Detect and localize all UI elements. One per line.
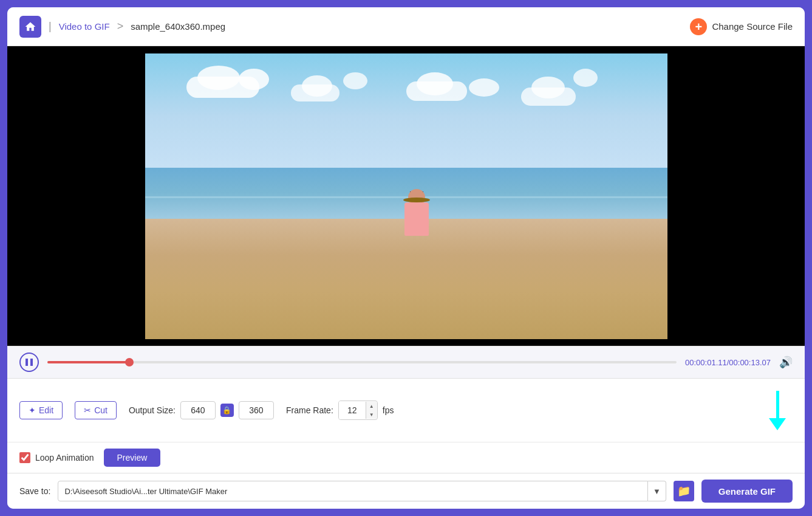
change-source-label: Change Source File <box>712 21 793 32</box>
arrow-indicator <box>769 391 786 430</box>
fps-input[interactable] <box>339 401 366 419</box>
width-input[interactable] <box>180 401 216 419</box>
fps-down-button[interactable]: ▼ <box>366 410 377 419</box>
frame-rate-label: Frame Rate: <box>286 405 333 415</box>
loop-group: Loop Animation <box>19 452 94 463</box>
cloud-2c <box>343 72 367 89</box>
arrow-shaft <box>776 391 779 418</box>
generate-gif-button[interactable]: Generate GIF <box>701 480 793 503</box>
cloud-4c <box>573 69 598 87</box>
cloud-4b <box>531 77 565 98</box>
cloud-3c <box>469 78 499 97</box>
breadcrumb-parent[interactable]: Video to GIF <box>59 21 110 32</box>
header-actions: + Change Source File <box>690 18 793 35</box>
beach-figure <box>404 202 429 236</box>
breadcrumb-arrow: > <box>117 20 124 33</box>
svg-rect-1 <box>30 359 33 366</box>
settings-bar: ✦ Edit ✂ Cut Output Size: 🔒 Frame Rate: … <box>7 378 805 442</box>
generate-label: Generate GIF <box>718 486 776 497</box>
lock-icon[interactable]: 🔒 <box>220 404 234 417</box>
playback-bar: 00:00:01.11/00:00:13.07 🔊 <box>19 353 793 372</box>
figure-hat <box>403 198 430 202</box>
cloud-1b <box>197 66 240 90</box>
preview-label: Preview <box>117 453 148 463</box>
save-path-dropdown[interactable]: ▼ <box>648 481 666 501</box>
folder-icon: 📁 <box>677 484 691 498</box>
breadcrumb-area: | Video to GIF > sample_640x360.mpeg <box>19 16 690 38</box>
bottom-bar: Save to: D:\Aiseesoft Studio\Ai...ter Ul… <box>7 473 805 509</box>
cut-icon: ✂ <box>84 405 91 415</box>
volume-icon[interactable]: 🔊 <box>779 356 793 369</box>
pause-button[interactable] <box>19 353 39 372</box>
cloud-2b <box>302 75 332 97</box>
progress-track[interactable] <box>47 361 677 363</box>
horizon <box>145 196 667 198</box>
home-icon <box>24 21 36 33</box>
cloud-3b <box>417 72 453 95</box>
cut-button[interactable]: ✂ Cut <box>75 401 117 419</box>
breadcrumb-current: sample_640x360.mpeg <box>131 21 225 32</box>
frame-rate-group: Frame Rate: ▲ ▼ fps <box>286 401 394 420</box>
cut-label: Cut <box>94 405 107 415</box>
beach-scene <box>145 53 667 339</box>
fps-spinners: ▲ ▼ <box>366 402 377 419</box>
fps-unit-label: fps <box>383 405 394 415</box>
loop-bar: Loop Animation Preview <box>7 442 805 473</box>
video-canvas <box>145 53 667 339</box>
change-source-button[interactable]: + Change Source File <box>690 18 793 35</box>
arrow-head <box>769 418 786 430</box>
save-path-display: D:\Aiseesoft Studio\Ai...ter Ultimate\GI… <box>58 481 648 501</box>
edit-icon: ✦ <box>29 405 36 415</box>
arrow-indicator-container <box>762 386 793 435</box>
preview-button[interactable]: Preview <box>104 449 161 467</box>
save-to-label: Save to: <box>19 486 50 496</box>
loop-label: Loop Animation <box>35 453 94 463</box>
progress-fill <box>47 361 129 363</box>
breadcrumb-separator: | <box>49 20 52 33</box>
video-area <box>7 46 805 346</box>
svg-rect-0 <box>26 359 28 366</box>
home-button[interactable] <box>19 16 41 38</box>
plus-icon: + <box>690 18 707 35</box>
fps-up-button[interactable]: ▲ <box>366 402 377 410</box>
fps-input-wrap: ▲ ▼ <box>338 401 378 420</box>
edit-button[interactable]: ✦ Edit <box>19 401 63 419</box>
playback-controls: 00:00:01.11/00:00:13.07 🔊 <box>7 346 805 378</box>
cloud-1c <box>239 69 269 90</box>
loop-checkbox[interactable] <box>19 452 30 463</box>
browse-folder-button[interactable]: 📁 <box>674 481 694 501</box>
height-input[interactable] <box>239 401 274 419</box>
header: | Video to GIF > sample_640x360.mpeg + C… <box>7 7 805 46</box>
output-size-group: Output Size: 🔒 <box>129 401 274 419</box>
edit-label: Edit <box>39 405 53 415</box>
pause-icon <box>25 358 33 366</box>
figure-body <box>404 202 429 236</box>
save-path-container: D:\Aiseesoft Studio\Ai...ter Ultimate\GI… <box>58 481 666 501</box>
time-display: 00:00:01.11/00:00:13.07 <box>685 358 771 367</box>
output-size-label: Output Size: <box>129 405 176 415</box>
sand <box>145 219 667 339</box>
progress-thumb[interactable] <box>125 358 134 366</box>
